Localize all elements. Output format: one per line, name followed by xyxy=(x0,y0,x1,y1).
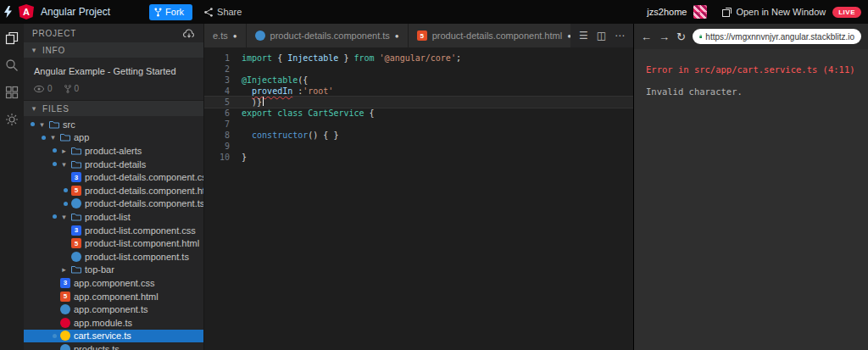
chevron-down-icon: ▾ xyxy=(49,133,57,142)
eye-icon xyxy=(34,86,44,92)
file-label: product-list.component.css xyxy=(85,225,196,236)
tab-label: product-details.component.html xyxy=(432,31,562,41)
back-button[interactable]: ← xyxy=(641,31,652,43)
tree-folder-product-details[interactable]: ▾product-details xyxy=(24,158,203,171)
example-title: Angular Example - Getting Started xyxy=(34,66,193,76)
forward-button[interactable]: → xyxy=(659,31,670,43)
ts-file-icon xyxy=(255,31,265,41)
tree-file-app.module.ts[interactable]: app.module.ts xyxy=(24,316,203,330)
code-line-1[interactable]: 1import { Injectable } from '@angular/co… xyxy=(204,53,633,64)
ts-file-icon xyxy=(71,198,81,208)
tree-folder-product-alerts[interactable]: ▸product-alerts xyxy=(24,144,203,158)
tree-file-product-list.component.html[interactable]: 5product-list.component.html xyxy=(24,236,203,250)
fork-button-label: Fork xyxy=(165,7,184,17)
refresh-button[interactable]: ↻ xyxy=(676,31,686,43)
code-line-8[interactable]: 8 constructor() { } xyxy=(204,130,633,141)
code-line-6[interactable]: 6export class CartService { xyxy=(204,108,633,119)
info-section-header[interactable]: ▾ INFO xyxy=(24,42,203,58)
folder-icon xyxy=(60,132,70,142)
folder-icon xyxy=(49,119,59,130)
preview-pane: ← → ↻ https://vmgxnnvnjyr.angular.stackb… xyxy=(633,24,868,350)
tree-file-products.ts[interactable]: products.ts xyxy=(24,342,203,350)
open-in-new-window-button[interactable]: Open in New Window xyxy=(722,7,826,17)
search-icon[interactable] xyxy=(5,58,19,73)
tree-folder-app[interactable]: ▾app xyxy=(24,131,203,145)
line-content: import { Injectable } from '@angular/cor… xyxy=(242,53,461,64)
tree-file-product-list.component.css[interactable]: 3product-list.component.css xyxy=(24,224,203,237)
chevron-down-icon: ▾ xyxy=(31,104,38,113)
top-bar: A Angular Project Fork Share jzs2home Op… xyxy=(0,0,868,24)
split-editor-icon[interactable]: ◫ xyxy=(597,30,606,42)
files-icon[interactable] xyxy=(5,31,19,46)
tree-file-product-list.component.ts[interactable]: product-list.component.ts xyxy=(24,250,203,264)
code-line-10[interactable]: 10} xyxy=(204,152,633,163)
code-line-5[interactable]: 5 )} xyxy=(204,97,633,108)
file-label: product-alerts xyxy=(85,146,142,156)
stackblitz-bolt-icon[interactable] xyxy=(2,6,14,18)
tree-folder-src[interactable]: ▾src xyxy=(24,118,203,131)
share-button[interactable]: Share xyxy=(204,7,242,17)
code-line-2[interactable]: 2 xyxy=(204,64,633,75)
line-content: )} xyxy=(242,97,262,108)
extensions-icon[interactable] xyxy=(5,85,19,100)
tree-file-app.component.ts[interactable]: app.component.ts xyxy=(24,303,203,316)
tab-label: e.ts xyxy=(213,31,228,41)
tree-file-app.component.html[interactable]: 5app.component.html xyxy=(24,290,203,303)
url-text: https://vmgxnnvnjyr.angular.stackblitz.i… xyxy=(705,32,854,42)
editor-tab-product-details.component.html[interactable]: 5product-details.component.html● xyxy=(409,24,570,47)
editor-tab-product-details.component.ts[interactable]: product-details.component.ts● xyxy=(247,24,409,47)
html-file-icon: 5 xyxy=(71,186,81,196)
settings-gear-icon[interactable] xyxy=(5,112,19,127)
avatar[interactable] xyxy=(693,5,707,19)
code-line-4[interactable]: 4 provedIn :'root' xyxy=(204,86,633,97)
file-label: app xyxy=(74,132,89,142)
code-line-9[interactable]: 9 xyxy=(204,141,633,152)
tree-folder-product-list[interactable]: ▾product-list xyxy=(24,210,203,224)
share-button-label: Share xyxy=(217,7,242,17)
ts-file-icon xyxy=(60,344,70,350)
editor-tab-bar: e.ts●product-details.component.ts●5produ… xyxy=(204,24,633,47)
project-panel-label: PROJECT xyxy=(32,29,76,38)
tree-folder-top-bar[interactable]: ▸top-bar xyxy=(24,264,203,277)
username[interactable]: jzs2home xyxy=(647,7,687,17)
chevron-down-icon: ▾ xyxy=(60,213,68,221)
project-title[interactable]: Angular Project xyxy=(41,6,110,18)
tree-file-cart.service.ts[interactable]: cart.service.ts xyxy=(24,330,203,343)
error-message: Invalid character. xyxy=(646,86,856,97)
files-section-label: FILES xyxy=(42,104,70,114)
line-number: 10 xyxy=(204,152,242,163)
code-line-3[interactable]: 3@Injectable({ xyxy=(204,75,633,86)
line-content: constructor() { } xyxy=(242,130,338,141)
file-label: cart.service.ts xyxy=(74,331,131,341)
chevron-down-icon: ▾ xyxy=(31,46,38,54)
lock-icon xyxy=(699,32,702,41)
ng-yellow-file-icon xyxy=(60,331,70,341)
text-cursor xyxy=(263,97,264,106)
files-section-header[interactable]: ▾ FILES xyxy=(24,101,203,116)
fork-button[interactable]: Fork xyxy=(149,4,192,20)
tree-file-product-details.component.ts[interactable]: product-details.component.ts xyxy=(24,197,203,211)
code-area[interactable]: 1import { Injectable } from '@angular/co… xyxy=(204,47,633,350)
share-icon xyxy=(204,8,213,17)
editor-tab-e.ts[interactable]: e.ts● xyxy=(204,24,247,47)
tree-file-product-details.component.css[interactable]: 3product-details.component.css xyxy=(24,170,203,184)
open-in-new-window-label: Open in New Window xyxy=(736,7,826,17)
url-bar[interactable]: https://vmgxnnvnjyr.angular.stackblitz.i… xyxy=(693,29,861,44)
css-file-icon: 3 xyxy=(71,225,81,236)
code-line-7[interactable]: 7 xyxy=(204,119,633,130)
tree-file-app.component.css[interactable]: 3app.component.css xyxy=(24,276,203,290)
views-count: 0 xyxy=(47,84,53,93)
fork-icon xyxy=(154,8,162,17)
modified-dot-icon[interactable]: ● xyxy=(233,32,237,40)
file-label: app.component.ts xyxy=(74,304,147,314)
chevron-right-icon: ▸ xyxy=(60,147,68,155)
tree-file-product-details.component.html[interactable]: 5product-details.component.html xyxy=(24,184,203,197)
more-actions-icon[interactable]: ⋯ xyxy=(615,30,625,42)
line-content: } xyxy=(242,152,247,163)
new-window-icon xyxy=(722,8,732,17)
html-file-icon: 5 xyxy=(60,292,70,302)
download-project-icon[interactable] xyxy=(183,29,195,38)
line-number: 5 xyxy=(204,97,242,108)
toggle-wrap-icon[interactable]: ☰ xyxy=(579,30,588,42)
modified-dot-icon[interactable]: ● xyxy=(395,32,399,40)
